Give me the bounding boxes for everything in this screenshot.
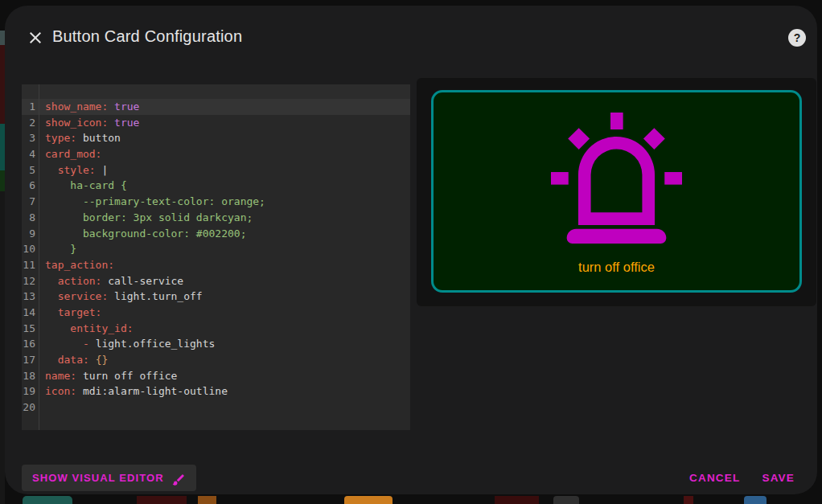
close-icon (26, 28, 45, 47)
help-button[interactable]: ? (788, 29, 806, 47)
code-text: border: 3px solid darkcyan; (39, 210, 253, 226)
code-line[interactable]: 2show_icon: true (22, 115, 410, 131)
save-button[interactable]: SAVE (762, 472, 795, 484)
backdrop-patch (198, 496, 216, 504)
code-line[interactable]: 5 style: | (22, 162, 410, 178)
cancel-button[interactable]: CANCEL (689, 472, 740, 484)
alarm-light-outline-icon (551, 113, 682, 244)
line-number: 17 (22, 352, 39, 368)
code-line[interactable]: 1show_name: true (22, 99, 410, 115)
line-number: 1 (22, 99, 39, 115)
backdrop-patch (684, 496, 693, 504)
line-number: 7 (22, 194, 39, 210)
help-icon: ? (794, 31, 801, 44)
code-text: data: {} (39, 352, 108, 368)
code-line[interactable]: 14 target: (22, 305, 410, 321)
code-text: target: (39, 305, 101, 321)
code-text: icon: mdi:alarm-light-outline (39, 383, 228, 400)
line-number: 3 (22, 130, 39, 146)
line-number: 13 (22, 289, 39, 305)
backdrop-patch (23, 496, 72, 504)
line-number: 5 (22, 162, 39, 178)
line-number: 8 (22, 210, 39, 226)
code-line[interactable]: 15 entity_id: (22, 321, 410, 337)
line-number: 10 (22, 241, 39, 257)
dialog-title: Button Card Configuration (52, 27, 242, 46)
code-line[interactable]: 9 background-color: #002200; (22, 226, 410, 242)
line-number: 14 (22, 305, 39, 321)
preview-button-card[interactable]: turn off office (431, 90, 802, 293)
code-text: entity_id: (39, 321, 134, 337)
line-number: 16 (22, 336, 39, 352)
code-text: - light.office_lights (39, 336, 215, 352)
code-text: style: | (39, 162, 108, 178)
code-line[interactable]: 17 data: {} (22, 352, 410, 368)
code-text: name: turn off office (39, 368, 177, 384)
card-name: turn off office (578, 260, 655, 275)
line-number: 6 (22, 178, 39, 194)
line-number: 18 (22, 368, 39, 384)
code-line[interactable]: 10 } (22, 241, 410, 257)
line-number: 20 (22, 400, 39, 416)
line-number: 19 (22, 383, 39, 400)
line-number: 9 (22, 226, 39, 242)
code-line[interactable]: 7 --primary-text-color: orange; (22, 194, 410, 210)
line-number: 2 (22, 115, 39, 131)
code-line[interactable]: 4card_mod: (22, 146, 410, 162)
code-text: show_name: true (39, 99, 139, 115)
code-line[interactable]: 6 ha-card { (22, 178, 410, 194)
code-text: show_icon: true (39, 115, 139, 131)
backdrop-patch (553, 496, 579, 504)
brush-icon (171, 473, 186, 487)
backdrop-patch (744, 496, 767, 504)
code-line[interactable]: 3type: button (22, 130, 410, 146)
code-line[interactable]: 19icon: mdi:alarm-light-outline (22, 383, 410, 400)
code-line[interactable]: 16 - light.office_lights (22, 336, 410, 352)
card-preview-panel: turn off office (417, 78, 816, 306)
line-number: 4 (22, 146, 39, 162)
close-button[interactable] (26, 28, 45, 47)
code-text: } (39, 241, 76, 257)
code-text: --primary-text-color: orange; (39, 194, 265, 210)
code-text: ha-card { (39, 178, 127, 194)
code-line[interactable]: 13 service: light.turn_off (22, 289, 410, 305)
screen: Button Card Configuration ? 1show_name: … (0, 0, 822, 504)
code-text (39, 400, 45, 416)
code-text: background-color: #002200; (39, 226, 246, 242)
button-card-config-dialog: Button Card Configuration ? 1show_name: … (5, 6, 817, 494)
backdrop-patch (137, 496, 187, 504)
backdrop-patch (495, 496, 539, 504)
code-line[interactable]: 20 (22, 400, 410, 416)
code-line[interactable]: 18name: turn off office (22, 368, 410, 384)
code-text: tap_action: (39, 257, 114, 273)
code-line[interactable]: 12 action: call-service (22, 273, 410, 289)
show-visual-editor-button[interactable]: SHOW VISUAL EDITOR (22, 465, 196, 491)
line-number: 15 (22, 321, 39, 337)
code-text: type: button (39, 130, 121, 146)
yaml-code-editor[interactable]: 1show_name: true2show_icon: true3type: b… (22, 84, 410, 430)
code-lines: 1show_name: true2show_icon: true3type: b… (22, 99, 410, 416)
line-number: 11 (22, 257, 39, 273)
code-line[interactable]: 11tap_action: (22, 257, 410, 273)
dialog-actions: CANCEL SAVE (689, 465, 795, 491)
show-visual-editor-label: SHOW VISUAL EDITOR (32, 472, 164, 484)
editor-top-padding (22, 84, 410, 99)
backdrop-patch (344, 496, 393, 504)
code-line[interactable]: 8 border: 3px solid darkcyan; (22, 210, 410, 226)
code-text: service: light.turn_off (39, 289, 203, 305)
code-text: card_mod: (39, 146, 101, 162)
line-number: 12 (22, 273, 39, 289)
code-text: action: call-service (39, 273, 183, 289)
